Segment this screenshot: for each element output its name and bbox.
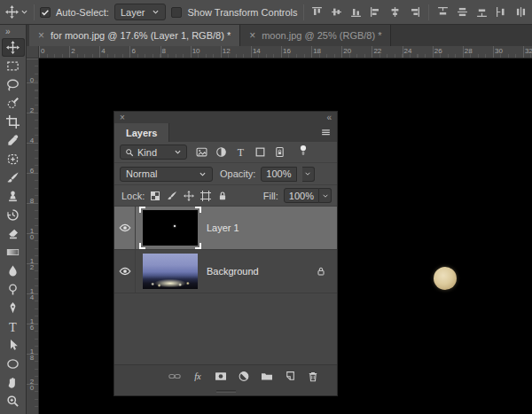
eraser-tool[interactable] — [2, 224, 25, 243]
ruler-number: 24 — [404, 47, 412, 55]
panel-collapse-button[interactable]: « — [326, 113, 332, 122]
panel-title-bar: × « — [114, 112, 337, 123]
eraser-icon — [6, 227, 20, 240]
align-left-edges-icon[interactable] — [370, 6, 381, 18]
blend-mode-dropdown[interactable]: Normal — [120, 167, 213, 182]
new-layer-icon[interactable] — [284, 371, 296, 382]
chevron-down-icon — [199, 170, 207, 178]
layer-row[interactable]: Background — [114, 250, 337, 293]
hand-tool[interactable] — [2, 373, 25, 392]
layer-thumbnail[interactable] — [143, 254, 198, 289]
path-select-icon — [6, 339, 20, 352]
align-bottom-edges-icon[interactable] — [350, 6, 362, 18]
gradient-icon — [6, 246, 20, 259]
lasso-icon — [6, 78, 20, 91]
spot-healing-tool[interactable] — [2, 150, 25, 168]
distribute-horizontal-centers-icon[interactable] — [515, 6, 527, 18]
panel-close-button[interactable]: × — [120, 113, 125, 122]
quick-selection-tool[interactable] — [2, 94, 25, 113]
toolbar-collapse-button[interactable]: » — [0, 25, 10, 38]
ruler-number: 16 — [283, 47, 291, 55]
align-top-edges-icon[interactable] — [311, 6, 323, 18]
lasso-tool[interactable] — [2, 75, 25, 94]
align-right-edges-icon[interactable] — [409, 6, 420, 18]
history-brush-tool[interactable] — [2, 206, 25, 224]
visibility-eye-icon[interactable] — [114, 207, 136, 249]
panel-menu-icon[interactable] — [320, 127, 332, 138]
fill-chevron[interactable] — [319, 188, 332, 203]
rectangular-marquee-tool[interactable] — [2, 57, 25, 75]
horizontal-ruler[interactable]: 02468101214161820222426283032 — [39, 46, 532, 59]
gradient-tool[interactable] — [2, 243, 25, 262]
layers-panel: × « Layers Kind T Normal Opacity: 100% — [113, 111, 338, 396]
document-tab[interactable]: ×for moon.jpg @ 17.6% (Layer 1, RGB/8) * — [29, 25, 240, 46]
layer-mask-icon[interactable] — [215, 371, 227, 382]
zoom-tool[interactable] — [2, 392, 25, 410]
path-selection-tool[interactable] — [2, 336, 25, 355]
adjustment-layer-icon[interactable] — [238, 371, 250, 382]
crop-tool[interactable] — [2, 113, 25, 131]
pen-tool[interactable] — [2, 299, 25, 317]
auto-select-target-dropdown[interactable]: Layer — [114, 4, 167, 20]
fill-value[interactable]: 100% — [284, 188, 319, 203]
align-horizontal-centers-icon[interactable] — [389, 6, 401, 18]
link-icon[interactable] — [168, 371, 181, 382]
ruler-number: 2 — [71, 47, 74, 55]
brush-tool[interactable] — [2, 168, 25, 187]
ruler-number: 30 — [495, 47, 503, 55]
shape-filter-icon[interactable] — [254, 146, 266, 158]
smart-object-filter-icon[interactable] — [274, 146, 286, 158]
align-vertical-centers-icon[interactable] — [331, 6, 342, 18]
vertical-ruler[interactable]: 02468101214161820 — [27, 59, 39, 414]
show-transform-label: Show Transform Controls — [187, 7, 297, 18]
ruler-number: 10 — [28, 228, 35, 240]
eyedropper-tool[interactable] — [2, 131, 25, 150]
opacity-value[interactable]: 100% — [261, 167, 296, 182]
clone-stamp-tool[interactable] — [2, 187, 25, 206]
move-icon — [6, 41, 20, 54]
pixel-filter-icon[interactable] — [196, 146, 207, 158]
lock-paint-icon[interactable] — [167, 191, 177, 201]
tab-layers[interactable]: Layers — [114, 123, 169, 142]
auto-select-label: Auto-Select: — [56, 7, 109, 18]
move-icon — [5, 5, 19, 19]
filter-toggle-icon[interactable] — [298, 147, 309, 157]
ruler-number: 0 — [41, 47, 44, 55]
type-tool[interactable]: T — [2, 317, 25, 336]
lock-transparency-icon[interactable] — [150, 191, 160, 201]
delete-layer-icon[interactable] — [307, 371, 319, 382]
distribute-left-edges-icon[interactable] — [496, 6, 507, 18]
lock-all-icon[interactable] — [217, 191, 228, 201]
fx-icon[interactable]: fx — [192, 371, 204, 382]
auto-select-checkbox[interactable] — [40, 7, 51, 18]
visibility-eye-icon[interactable] — [114, 250, 136, 293]
lock-position-icon[interactable] — [184, 191, 194, 201]
document-tab[interactable]: ×moon.jpg @ 25% (RGB/8) * — [240, 25, 391, 46]
distribute-top-edges-icon[interactable] — [437, 6, 449, 18]
opacity-chevron[interactable] — [302, 167, 315, 182]
type-filter-icon[interactable]: T — [235, 146, 246, 158]
ellipse-shape-tool[interactable] — [2, 355, 25, 373]
quick-select-icon — [6, 97, 20, 110]
blur-tool[interactable] — [2, 262, 25, 280]
background-photo-thumbnail — [143, 254, 198, 289]
adjustment-filter-icon[interactable] — [215, 146, 227, 158]
filter-kind-dropdown[interactable]: Kind — [120, 145, 187, 160]
tab-close-icon[interactable]: × — [249, 30, 255, 41]
ruler-number: 28 — [465, 47, 473, 55]
distribute-vertical-centers-icon[interactable] — [457, 6, 468, 18]
layer-row[interactable]: Layer 1 — [114, 207, 337, 250]
show-transform-checkbox[interactable] — [171, 7, 182, 18]
tab-close-icon[interactable]: × — [38, 30, 44, 41]
tool-preset[interactable] — [5, 5, 28, 19]
ruler-number: 18 — [313, 47, 321, 55]
dodge-tool[interactable] — [2, 280, 25, 299]
group-folder-icon[interactable] — [261, 371, 273, 382]
auto-select-target-value: Layer — [121, 7, 145, 18]
panel-resize-grip[interactable] — [114, 387, 337, 395]
blend-row: Normal Opacity: 100% — [114, 163, 337, 185]
lock-artboard-icon[interactable] — [200, 191, 211, 201]
distribute-bottom-edges-icon[interactable] — [476, 6, 488, 18]
layer-thumbnail[interactable] — [143, 210, 198, 246]
move-tool[interactable] — [2, 38, 25, 57]
